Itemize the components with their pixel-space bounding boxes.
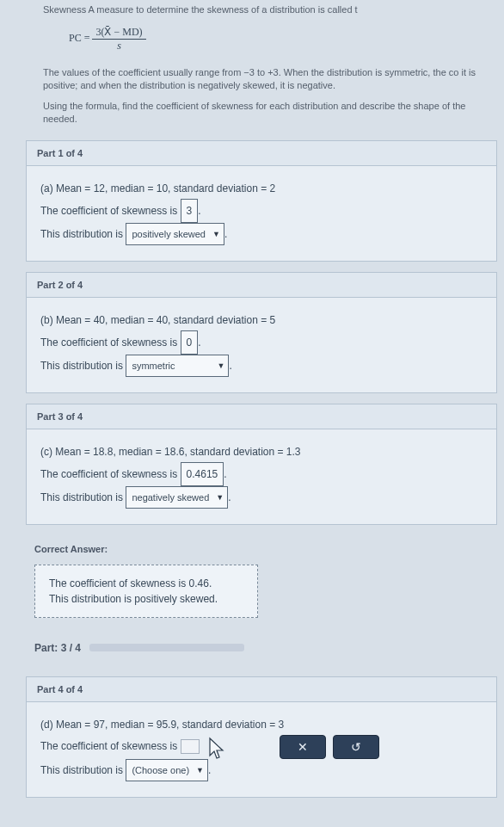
cursor-icon <box>208 737 227 761</box>
close-button[interactable]: ✕ <box>280 735 326 759</box>
part-3-coef-input[interactable]: 0.4615 <box>181 462 224 486</box>
part-4-coef-input[interactable] <box>181 739 200 754</box>
explain-paragraph-2: Using the formula, find the coefficient … <box>17 96 504 130</box>
part-4-dist-select[interactable]: (Choose one) ▼ <box>126 759 208 781</box>
part-2-box: Part 2 of 4 (b) Mean = 40, median = 40, … <box>26 272 497 393</box>
part-4-dist-label: This distribution is <box>40 764 123 776</box>
dropdown-arrow-icon: ▼ <box>217 358 224 373</box>
part-3-coef-label: The coefficient of skewness is <box>40 468 177 480</box>
part-4-statline: (d) Mean = 97, median = 95.9, standard d… <box>40 714 482 735</box>
part-1-coef-input[interactable]: 3 <box>181 199 199 223</box>
part-1-header: Part 1 of 4 <box>27 141 496 166</box>
part-3-statline: (c) Mean = 18.8, median = 18.6, standard… <box>40 441 482 462</box>
correct-answer-header: Correct Answer: <box>17 535 504 561</box>
part-3-box: Part 3 of 4 (c) Mean = 18.8, median = 18… <box>26 404 497 525</box>
part-2-dist-value: symmetric <box>132 356 175 375</box>
part-3-header: Part 3 of 4 <box>27 404 496 429</box>
part-2-dist-select[interactable]: symmetric ▼ <box>126 355 229 377</box>
reset-button[interactable]: ↺ <box>333 735 379 759</box>
part-2-coef-input[interactable]: 0 <box>181 330 199 355</box>
part-2-dist-label: This distribution is <box>40 360 123 372</box>
part-1-dist-value: positively skewed <box>132 225 206 244</box>
progress-row: Part: 3 / 4 <box>17 632 504 666</box>
part-4-coef-label: The coefficient of skewness is <box>40 740 177 752</box>
formula: PC = 3(X̄ − MD) s <box>17 19 504 63</box>
formula-numerator: 3(X̄ − MD) <box>92 26 145 40</box>
correct-line-1: The coefficient of skewness is 0.46. <box>49 576 243 591</box>
dropdown-arrow-icon: ▼ <box>196 762 204 778</box>
part-2-statline: (b) Mean = 40, median = 40, standard dev… <box>40 310 482 330</box>
part-1-box: Part 1 of 4 (a) Mean = 12, median = 10, … <box>26 140 497 262</box>
part-3-dist-select[interactable]: negatively skewed ▼ <box>126 486 228 509</box>
part-1-statline: (a) Mean = 12, median = 10, standard dev… <box>40 178 482 199</box>
part-1-dist-select[interactable]: positively skewed ▼ <box>126 223 224 245</box>
part-1-coef-label: The coefficient of skewness is <box>40 205 177 217</box>
progress-bar <box>89 644 244 651</box>
part-4-dist-value: (Choose one) <box>132 761 189 780</box>
part-4-header: Part 4 of 4 <box>27 677 496 702</box>
formula-denominator: s <box>92 40 145 52</box>
part-2-coef-label: The coefficient of skewness is <box>40 336 177 349</box>
part-3-dist-value: negatively skewed <box>132 488 209 507</box>
formula-label: PC = <box>69 32 89 44</box>
part-1-dist-label: This distribution is <box>40 228 123 240</box>
correct-answer-box: The coefficient of skewness is 0.46. Thi… <box>34 565 258 618</box>
part-2-header: Part 2 of 4 <box>27 273 496 298</box>
dropdown-arrow-icon: ▼ <box>216 490 224 505</box>
explain-paragraph-1: The values of the coefficient usually ra… <box>17 63 504 96</box>
correct-line-2: This distribution is positively skewed. <box>49 591 243 607</box>
heading-fragment: Skewness A measure to determine the skew… <box>17 0 504 19</box>
part-3-dist-label: This distribution is <box>40 491 123 503</box>
dropdown-arrow-icon: ▼ <box>212 226 220 242</box>
progress-label: Part: 3 / 4 <box>34 642 81 654</box>
part-4-box: Part 4 of 4 (d) Mean = 97, median = 95.9… <box>26 676 497 798</box>
